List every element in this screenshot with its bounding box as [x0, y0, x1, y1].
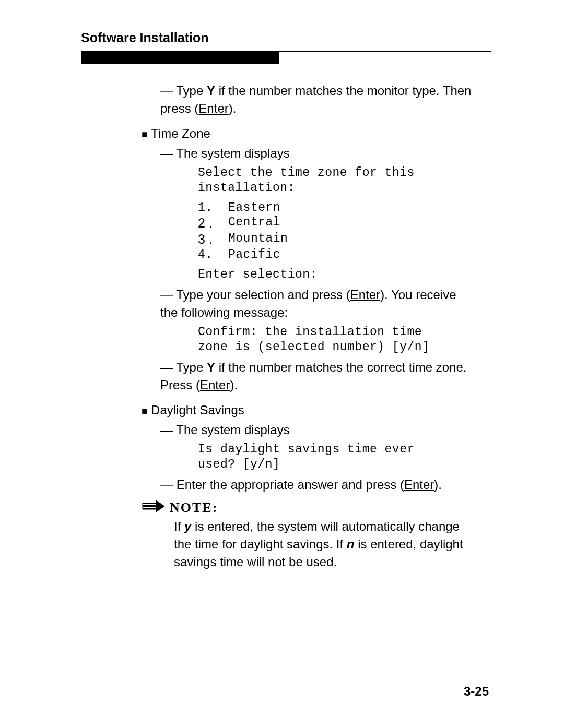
- tz-type-selection: — Type your selection and press (Enter).…: [160, 288, 491, 302]
- ds-sys-displays: — The system displays: [160, 423, 491, 437]
- tz-body: — The system displays Select the time zo…: [142, 146, 491, 392]
- enter-key: Enter: [200, 378, 230, 392]
- tz-enter-selection: Enter selection:: [160, 268, 491, 281]
- press-close: ).: [230, 378, 238, 392]
- enter-key: Enter: [350, 288, 380, 302]
- tz-opt-label: Mountain: [228, 232, 288, 247]
- text-b: ).: [434, 478, 442, 492]
- tz-opt-num: 4.: [198, 248, 228, 261]
- svg-rect-0: [143, 504, 156, 505]
- dash: —: [160, 360, 173, 374]
- text-b: ). You receive: [380, 288, 456, 302]
- tz-confirm-block: Confirm: the installation time zone is (…: [160, 325, 491, 354]
- note-line1: If y is entered, the system will automat…: [174, 519, 491, 534]
- tz-opt-num: 2 .: [198, 216, 228, 231]
- t: the time for daylight savings. If: [174, 537, 347, 551]
- tz-prompt-block: Select the time zone for this installati…: [160, 166, 491, 195]
- t: is entered, the system will automaticall…: [191, 519, 460, 533]
- press-close: ).: [229, 101, 237, 115]
- tz-option-row: 1. Eastern: [198, 201, 491, 214]
- key-y: Y: [207, 83, 215, 98]
- note-label: NOTE:: [170, 500, 218, 516]
- time-zone-heading: Time Zone: [151, 126, 210, 141]
- tz-following-msg: the following message:: [160, 305, 491, 320]
- ds-prompt-line1: Is daylight savings time ever: [198, 443, 491, 456]
- tz-opt-label: Pacific: [228, 248, 280, 261]
- t: If: [174, 519, 184, 533]
- key-n: n: [347, 537, 355, 551]
- page-number: 3-25: [464, 684, 489, 699]
- tz-type-y-match: — Type Y if the number matches the corre…: [160, 360, 491, 375]
- time-zone-heading-row: ■ Time Zone: [142, 126, 491, 142]
- tz-press-enter: Press (Enter).: [160, 378, 491, 392]
- note-line2: the time for daylight savings. If n is e…: [174, 537, 491, 552]
- page-content: — Type Y if the number matches the monit…: [81, 83, 491, 569]
- ds-body: — The system displays Is daylight saving…: [142, 423, 491, 492]
- note-line3: savings time will not be used.: [174, 555, 491, 569]
- press-open: press (: [160, 101, 198, 115]
- ds-prompt-line2: used? [y/n]: [198, 458, 491, 471]
- dash: —: [160, 423, 173, 437]
- tz-option-row: 2 . Central: [198, 216, 491, 231]
- page-header-title: Software Installation: [81, 30, 491, 45]
- dash: —: [160, 146, 173, 160]
- tz-opt-label: Eastern: [228, 201, 280, 214]
- sys-displays-text: The system displays: [176, 423, 289, 437]
- enter-key: Enter: [404, 478, 434, 492]
- ds-prompt-block: Is daylight savings time ever used? [y/n…: [160, 443, 491, 471]
- dash: —: [160, 83, 173, 98]
- tail-text: if the number matches the monitor type. …: [219, 83, 472, 98]
- text-a: Type your selection and press (: [176, 288, 350, 302]
- daylight-heading-row: ■ Daylight Savings: [142, 403, 491, 419]
- tz-prompt-line1: Select the time zone for this: [198, 166, 491, 180]
- t: is entered, daylight: [355, 537, 463, 551]
- enter-selection-text: Enter selection:: [198, 268, 491, 281]
- word-type: Type: [176, 83, 203, 98]
- square-bullet-icon: ■: [142, 403, 148, 419]
- tz-opt-label: Central: [228, 216, 280, 231]
- match-tail: if the number matches the correct time z…: [219, 360, 467, 374]
- key-y: Y: [207, 360, 215, 374]
- tz-opt-num: 1.: [198, 201, 228, 214]
- press-open: Press (: [160, 378, 200, 392]
- tz-option-row: 3 . Mountain: [198, 232, 491, 247]
- tz-sys-displays: — The system displays: [160, 146, 491, 161]
- continuation-block: — Type Y if the number matches the monit…: [142, 83, 491, 116]
- confirm-line1: Confirm: the installation time: [198, 325, 491, 339]
- tz-option-row: 4. Pacific: [198, 248, 491, 261]
- tz-options-list: 1. Eastern 2 . Central 3 . Mountain 4. P…: [160, 201, 491, 261]
- sys-displays-text: The system displays: [176, 146, 289, 160]
- note-arrow-icon: [142, 499, 166, 516]
- daylight-heading: Daylight Savings: [151, 403, 244, 417]
- text-a: Enter the appropriate answer and press (: [177, 478, 404, 492]
- tz-opt-num: 3 .: [198, 232, 228, 247]
- tz-prompt-line2: installation:: [198, 181, 491, 195]
- svg-rect-1: [143, 507, 156, 508]
- note-body: If y is entered, the system will automat…: [142, 519, 491, 569]
- key-y: y: [184, 519, 191, 533]
- square-bullet-icon: ■: [142, 126, 148, 142]
- header-black-bar: [81, 52, 279, 64]
- press-enter-line: press (Enter).: [160, 101, 491, 116]
- ds-enter-answer: — Enter the appropriate answer and press…: [160, 478, 491, 492]
- dash: —: [160, 288, 173, 302]
- enter-key: Enter: [198, 101, 228, 115]
- type-y-line: — Type Y if the number matches the monit…: [160, 83, 491, 98]
- dash: —: [160, 478, 173, 492]
- note-heading-row: NOTE:: [142, 499, 491, 516]
- confirm-line2: zone is (selected number) [y/n]: [198, 340, 491, 354]
- word-type: Type: [176, 360, 203, 374]
